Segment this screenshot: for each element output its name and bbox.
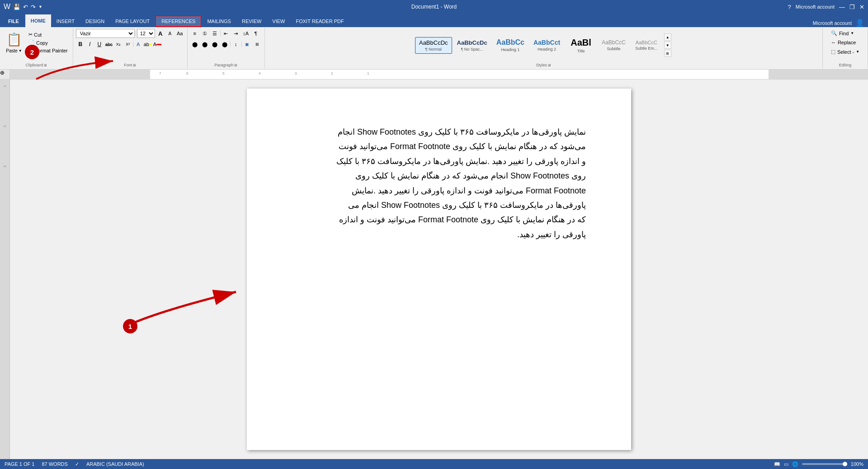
style-subtitle-item[interactable]: AaBbCcC Subtitle: [598, 37, 630, 53]
style-title-item[interactable]: AaBl Title: [565, 35, 597, 56]
zoom-thumb: [843, 462, 847, 466]
superscript-button[interactable]: X²: [123, 40, 132, 49]
align-justify-button[interactable]: ⬤: [220, 40, 229, 49]
subscript-button[interactable]: X₂: [114, 40, 123, 49]
minimize-icon[interactable]: —: [839, 4, 845, 10]
tab-insert[interactable]: INSERT: [51, 15, 80, 27]
styles-scroll-down[interactable]: ▼: [664, 42, 671, 49]
language-status[interactable]: ARABIC (SAUDI ARABIA): [86, 461, 144, 467]
styles-expand-icon[interactable]: ⊞: [548, 63, 551, 67]
text-effect-button[interactable]: A: [134, 40, 143, 49]
help-icon[interactable]: ?: [788, 4, 791, 10]
customize-icon[interactable]: ▼: [38, 5, 42, 9]
restore-icon[interactable]: ❐: [849, 4, 855, 10]
paste-dropdown[interactable]: ▼: [19, 49, 22, 53]
cut-button[interactable]: ✂ Cut: [26, 31, 70, 38]
find-dropdown[interactable]: ▼: [850, 31, 854, 35]
tab-view[interactable]: VIEW: [267, 15, 290, 27]
text-line-4: روی Show Footnotes انجام می‌شود که در هن…: [355, 171, 586, 180]
align-center-button[interactable]: ⬤: [200, 40, 209, 49]
style-normal[interactable]: AaBbCcDc ¶ Normal: [415, 37, 452, 54]
italic-button[interactable]: I: [85, 40, 94, 49]
font-grow-button[interactable]: A: [156, 29, 165, 38]
zoom-level[interactable]: 100%: [851, 461, 863, 467]
save-icon[interactable]: 💾: [13, 4, 20, 10]
word-count-status[interactable]: 87 WORDS: [42, 461, 67, 467]
tab-review[interactable]: REVIEW: [236, 15, 267, 27]
read-mode-icon[interactable]: 📖: [774, 461, 780, 467]
font-shrink-button[interactable]: A: [165, 29, 175, 38]
text-line-3: و اندازه پاورقی را تغییر دهید .نمایش پاو…: [336, 157, 586, 166]
style-subtle-em-item[interactable]: AaBbCcC Subtle Em...: [631, 38, 662, 53]
zoom-slider[interactable]: [802, 463, 847, 465]
strikethrough-button[interactable]: abc: [104, 40, 113, 49]
font-label: Font ⊞: [76, 62, 184, 67]
border-button[interactable]: ⊞: [253, 40, 262, 49]
font-expand-icon[interactable]: ⊞: [133, 63, 136, 67]
print-layout-icon[interactable]: ▭: [784, 461, 788, 467]
styles-scroll-up[interactable]: ▲: [664, 33, 671, 41]
sort-button[interactable]: ↕A: [241, 29, 250, 38]
paste-button[interactable]: 📋 Paste ▼: [3, 29, 25, 55]
document-text[interactable]: نمایش پاورقی‌ها در مایکروسافت ۳۶۵ با کلی…: [292, 125, 586, 242]
find-button[interactable]: 🔍 Find ▼: [828, 29, 863, 38]
style-heading2-item[interactable]: AaBbCct Heading 2: [529, 37, 564, 54]
style-heading1-item[interactable]: AaBbCc Heading 1: [492, 36, 528, 54]
numbering-button[interactable]: ①: [200, 29, 209, 38]
undo-icon[interactable]: ↶: [23, 4, 28, 10]
font-size-select[interactable]: 12: [137, 29, 155, 38]
line-spacing-button[interactable]: ↕: [231, 40, 241, 49]
bullets-button[interactable]: ≡: [190, 29, 199, 38]
proofing-icon[interactable]: ✓: [75, 461, 79, 467]
para-row1: ≡ ① ☰ ⇤ ⇥ ↕A ¶: [190, 29, 260, 38]
underline-button[interactable]: U: [95, 40, 104, 49]
styles-gallery: AaBbCcDc ¶ Normal AaBbCcDc ¶ No Spac... …: [415, 29, 672, 61]
document-area: نمایش پاورقی‌ها در مایکروسافت ۳۶۵ با کلی…: [10, 80, 868, 459]
account-label[interactable]: Microsoft account: [796, 4, 835, 9]
main-area: 1 2 3 نمایش پاورقی‌ها در مایکروسافت ۳۶۵ …: [0, 80, 868, 459]
show-formatting-button[interactable]: ¶: [251, 29, 260, 38]
web-layout-icon[interactable]: 🌐: [792, 461, 798, 467]
tab-page-layout[interactable]: PAGE LAYOUT: [110, 15, 155, 27]
align-right-button[interactable]: ⬤: [210, 40, 219, 49]
para-row2: ⬤ ⬤ ⬤ ⬤ ↕ ▣ ⊞: [190, 40, 262, 49]
style-no-spacing[interactable]: AaBbCcDc ¶ No Spac...: [453, 37, 491, 54]
text-line-5: Format Footnote می‌توانید فونت و اندازه …: [352, 186, 586, 195]
increase-indent-button[interactable]: ⇥: [231, 29, 241, 38]
bold-button[interactable]: B: [76, 40, 85, 49]
paragraph-expand-icon[interactable]: ⊞: [234, 63, 237, 67]
style-normal-preview: AaBbCcDc: [419, 39, 448, 46]
replace-button[interactable]: ↔ Replace: [828, 38, 863, 47]
align-left-button[interactable]: ⬤: [190, 40, 199, 49]
clear-format-button[interactable]: Aa: [175, 29, 184, 38]
tab-mailings[interactable]: MAILINGS: [202, 15, 236, 27]
tab-foxit[interactable]: FOXIT READER PDF: [290, 15, 349, 27]
ruler-container: ⊕ 7 6 5 4 3 2 1: [0, 70, 868, 80]
font-color-button[interactable]: A: [153, 40, 162, 49]
multilevel-button[interactable]: ☰: [210, 29, 219, 38]
text-highlight-button[interactable]: ab: [143, 40, 152, 49]
select-dropdown[interactable]: ▼: [856, 50, 859, 54]
decrease-indent-button[interactable]: ⇤: [222, 29, 231, 38]
style-subtitle-preview: AaBbCcC: [602, 39, 626, 46]
tab-file[interactable]: FILE: [2, 15, 25, 27]
page-status[interactable]: PAGE 1 OF 1: [5, 461, 34, 467]
text-line-7: که در هنگام نمایش با کلیک روی Format Foo…: [339, 215, 586, 224]
cut-label: Cut: [34, 32, 42, 38]
find-label: Find: [839, 31, 849, 36]
style-subtitle-label: Subtitle: [607, 47, 620, 51]
shading-button[interactable]: ▣: [243, 40, 252, 49]
editing-content: 🔍 Find ▼ ↔ Replace ⬚ Select - ▼: [828, 29, 863, 62]
tab-references[interactable]: REFERENCES: [155, 15, 202, 27]
tab-home[interactable]: HOME: [25, 14, 51, 27]
styles-more[interactable]: ⊞: [664, 50, 671, 57]
close-icon[interactable]: ✕: [859, 4, 864, 10]
clipboard-expand-icon[interactable]: ⊞: [44, 63, 47, 67]
ribbon-right: Microsoft account 👤: [813, 19, 868, 27]
font-name-select[interactable]: Vazir: [76, 29, 135, 38]
language-label: ARABIC (SAUDI ARABIA): [86, 461, 144, 467]
tab-design[interactable]: DESIGN: [80, 15, 110, 27]
account-link[interactable]: Microsoft account: [813, 20, 852, 26]
select-button[interactable]: ⬚ Select - ▼: [828, 47, 863, 56]
redo-icon[interactable]: ↷: [31, 4, 36, 10]
